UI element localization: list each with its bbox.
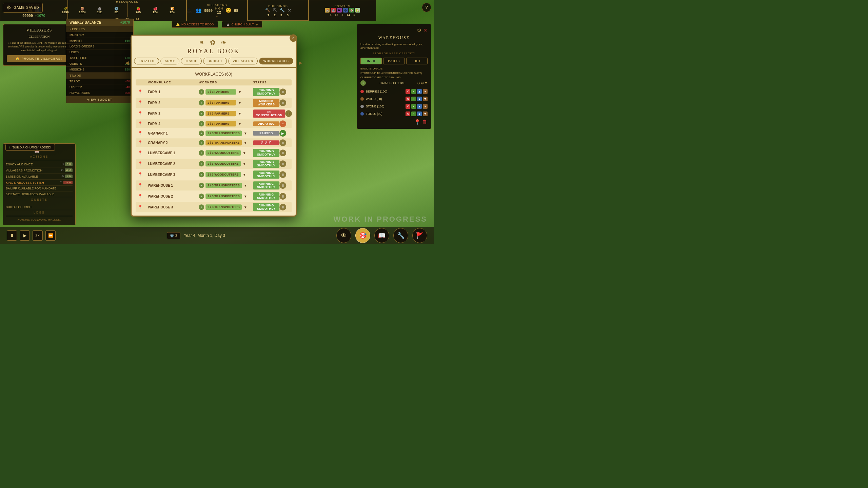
wh-location-icon[interactable]: 📍	[414, 119, 421, 125]
tools-down-btn[interactable]: ▼	[423, 111, 428, 116]
stone-up-btn[interactable]: ▲	[417, 104, 422, 109]
workers-dropdown-2[interactable]: ▼	[237, 111, 242, 116]
row-action-1[interactable]: ⏸	[279, 99, 286, 106]
workers-add-3[interactable]: +	[199, 121, 204, 126]
wh-tab-parts[interactable]: PARTS	[383, 58, 405, 64]
action-mission[interactable]: 1 MISSION AVAILABLE ⊙ 1 D	[6, 174, 73, 180]
row-action-3[interactable]: ⚠	[279, 120, 286, 127]
modal-close-button[interactable]: ×	[290, 34, 297, 42]
berries-up-btn[interactable]: ▲	[417, 89, 422, 94]
workers-add-11[interactable]: +	[199, 204, 204, 210]
pin-icon-1[interactable]: 📍	[138, 100, 148, 105]
tab-trade[interactable]: TRADE	[181, 58, 202, 64]
workers-dropdown-9[interactable]: ▼	[243, 183, 248, 188]
pin-icon-6[interactable]: 📍	[138, 150, 148, 156]
tab-budget[interactable]: BUDGET	[203, 58, 227, 64]
row-action-6[interactable]: ⏸	[279, 149, 286, 156]
action-estate-upgrades[interactable]: 6 ESTATE UPGRADES AVAILABLE	[6, 191, 73, 197]
row-action-11[interactable]: ⏸	[279, 204, 286, 210]
wh-tab-edit[interactable]: EDIT	[406, 58, 428, 64]
action-bailiff[interactable]: BAILIFF AVAILABLE FOR MANDATE	[6, 186, 73, 191]
fast-forward-button[interactable]: ⏩	[45, 230, 56, 241]
wood-down-btn[interactable]: ▼	[423, 97, 428, 101]
tools-button[interactable]: 🔧	[393, 228, 408, 243]
berries-confirm-btn[interactable]: ✓	[411, 89, 416, 94]
workers-dropdown-6[interactable]: ▼	[242, 150, 247, 155]
wh-tab-info[interactable]: INFO	[360, 58, 382, 64]
workers-add-8[interactable]: +	[199, 172, 204, 177]
workers-dropdown-1[interactable]: ▼	[237, 100, 242, 105]
pin-icon-2[interactable]: 📍	[138, 111, 148, 116]
workers-add-1[interactable]: +	[199, 100, 204, 105]
row-action-2[interactable]: ⏸	[285, 110, 292, 117]
workers-dropdown-7[interactable]: ▼	[242, 161, 247, 166]
row-action-4[interactable]: ▶	[279, 130, 286, 137]
monthly-row[interactable]: MONTHLY	[66, 32, 133, 38]
berries-down-btn[interactable]: ▼	[423, 89, 428, 94]
pin-icon-11[interactable]: 📍	[138, 205, 148, 210]
row-action-7[interactable]: ⏸	[279, 160, 286, 167]
workers-dropdown-4[interactable]: ▼	[243, 131, 248, 136]
action-villagers-promo[interactable]: VILLAGERS PROMOTION ⊙ 0 M	[6, 167, 73, 174]
eye-button[interactable]: 👁	[336, 228, 351, 243]
workers-dropdown-5[interactable]: ▼	[243, 140, 248, 145]
tab-villagers[interactable]: VILLAGERS	[228, 58, 258, 64]
view-budget-button[interactable]: VIEW BUDGET	[66, 96, 133, 103]
action-build-church[interactable]: BUILD A CHURCH	[6, 204, 73, 210]
workers-add-6[interactable]: +	[199, 150, 204, 156]
promote-villagers-button[interactable]: 👑 PROMOTE VILLAGERS?	[7, 55, 72, 62]
pin-icon-0[interactable]: 📍	[138, 89, 148, 95]
workers-dropdown-3[interactable]: ▼	[237, 121, 242, 126]
flag-button[interactable]: 🚩	[412, 228, 427, 243]
pin-icon-4[interactable]: 📍	[138, 131, 148, 136]
help-button[interactable]: ?	[422, 3, 431, 12]
workers-dropdown-11[interactable]: ▼	[243, 205, 248, 209]
transporters-dropdown[interactable]: ( / 4) ▼	[417, 81, 428, 85]
transporters-add-button[interactable]: +	[360, 80, 366, 86]
stone-remove-btn[interactable]: ✕	[406, 104, 410, 109]
row-action-5[interactable]: ⏸	[279, 139, 286, 146]
pause-button[interactable]: ⏸	[7, 230, 17, 241]
pin-icon-7[interactable]: 📍	[138, 161, 148, 166]
tab-army[interactable]: ARMY	[160, 58, 180, 64]
nav-prev-arrow[interactable]: ◀	[125, 60, 129, 66]
workers-add-0[interactable]: +	[199, 89, 204, 95]
book-button[interactable]: 📖	[374, 228, 389, 243]
alert-church-arrow[interactable]: ▶	[256, 23, 258, 26]
nav-next-arrow[interactable]: ▶	[299, 60, 302, 66]
workers-add-10[interactable]: +	[199, 194, 204, 199]
row-action-10[interactable]: ⏸	[279, 193, 286, 200]
row-action-0[interactable]: ⏸	[279, 88, 286, 95]
workers-dropdown-0[interactable]: ▼	[237, 89, 242, 94]
target-button[interactable]: 🎯	[355, 228, 370, 243]
berries-remove-btn[interactable]: ✕	[406, 89, 410, 94]
speed-button[interactable]: 3×	[33, 230, 43, 241]
pin-icon-5[interactable]: 📍	[138, 140, 148, 145]
pin-icon-9[interactable]: 📍	[138, 183, 148, 188]
workers-dropdown-8[interactable]: ▼	[242, 172, 247, 177]
action-kings-request[interactable]: KING'S REQUEST: 50 FISH ⊙ 21 D	[6, 180, 73, 186]
action-envoy[interactable]: ENVOY AUDIENCE ⊙ 0 H	[6, 161, 73, 167]
wood-remove-btn[interactable]: ✕	[406, 97, 410, 101]
workers-add-5[interactable]: +	[199, 140, 204, 145]
row-action-9[interactable]: ⏸	[279, 182, 286, 189]
tools-confirm-btn[interactable]: ✓	[411, 111, 416, 116]
wh-close-icon[interactable]: ✕	[423, 27, 428, 33]
workers-add-9[interactable]: +	[199, 183, 204, 188]
wh-gear-icon[interactable]: ⚙	[417, 27, 421, 33]
tab-workplaces[interactable]: WORKPLACES	[259, 58, 293, 64]
tools-remove-btn[interactable]: ✕	[406, 111, 410, 116]
pin-icon-8[interactable]: 📍	[138, 172, 148, 177]
workers-add-4[interactable]: +	[199, 130, 204, 136]
wood-up-btn[interactable]: ▲	[417, 97, 422, 101]
stone-down-btn[interactable]: ▼	[423, 104, 428, 109]
workers-add-2[interactable]: +	[199, 111, 204, 116]
pin-icon-10[interactable]: 📍	[138, 194, 148, 199]
tools-up-btn[interactable]: ▲	[417, 111, 422, 116]
play-button[interactable]: ▶	[20, 230, 30, 241]
row-action-8[interactable]: ⏸	[279, 171, 286, 178]
workers-add-7[interactable]: +	[199, 161, 204, 166]
tab-estates[interactable]: ESTATES	[134, 58, 159, 64]
pin-icon-3[interactable]: 📍	[138, 121, 148, 126]
trade-header[interactable]: TRADE	[66, 73, 133, 79]
